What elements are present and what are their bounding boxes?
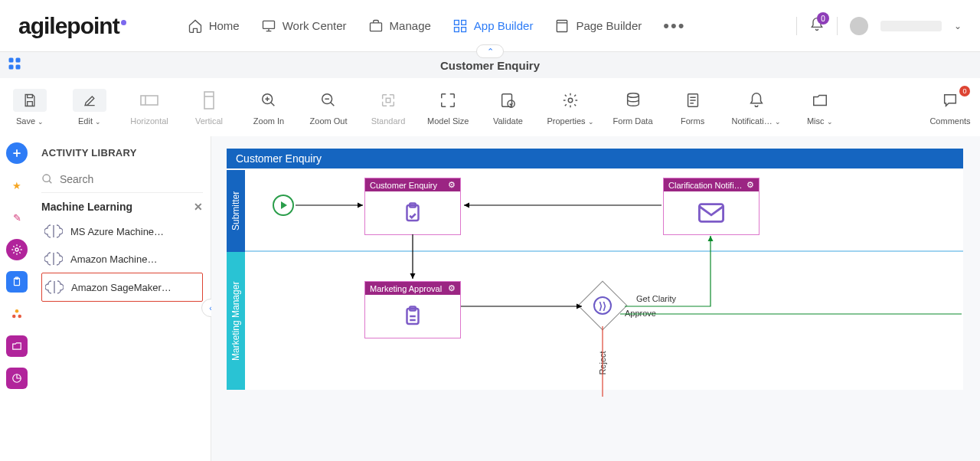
svg-point-25	[12, 315, 16, 319]
tool-standard[interactable]: Standard	[368, 89, 409, 126]
nav-page-builder-label: Page Builder	[576, 19, 642, 32]
rail-folder[interactable]	[6, 335, 28, 357]
tool-form-data[interactable]: Form Data	[612, 89, 654, 126]
page-title: Customer Enquiry	[440, 59, 540, 72]
lane1-body[interactable]	[245, 170, 963, 252]
lib-item-label: MS Azure Machine…	[70, 226, 164, 237]
rail-add[interactable]	[6, 142, 28, 164]
lib-item-label: Amazon SageMaker…	[71, 282, 172, 293]
nav-manage-label: Manage	[390, 19, 431, 32]
comments-badge: 0	[959, 86, 970, 96]
lib-item-label: Amazon Machine…	[70, 253, 157, 265]
user-name	[880, 21, 942, 31]
svg-point-26	[18, 315, 22, 319]
edge-reject: Reject	[598, 351, 607, 374]
tool-forms[interactable]: Forms	[672, 89, 714, 126]
search-icon	[41, 172, 54, 186]
nav-manage[interactable]: Manage	[368, 18, 431, 34]
edge-get-clarity: Get Clarity	[636, 294, 676, 303]
activity-clarification[interactable]: Clarification Notifi…⚙	[663, 178, 760, 235]
tool-vertical[interactable]: Vertical	[188, 89, 230, 126]
lib-item-amazon-ml[interactable]: Amazon Machine…	[41, 245, 203, 273]
nav-app-builder-label: App Builder	[474, 19, 534, 32]
side-rail: ★ ✎	[0, 136, 34, 461]
edge-approve: Approve	[625, 309, 656, 318]
avatar[interactable]	[850, 17, 868, 35]
svg-rect-12	[204, 92, 214, 109]
rail-edit[interactable]: ✎	[6, 207, 28, 228]
tool-zoom-out[interactable]: Zoom Out	[308, 89, 349, 126]
svg-rect-2	[454, 20, 459, 25]
lib-item-sagemaker[interactable]: Amazon SageMaker…	[41, 273, 203, 302]
svg-rect-3	[461, 20, 466, 25]
nav-page-builder[interactable]: Page Builder	[554, 18, 642, 34]
gear-icon[interactable]: ⚙	[448, 180, 456, 190]
svg-point-18	[568, 98, 573, 103]
nav-app-builder[interactable]: App Builder	[452, 18, 534, 34]
svg-point-19	[627, 93, 639, 98]
brain-icon	[45, 278, 64, 296]
svg-rect-10	[16, 64, 21, 69]
svg-rect-0	[263, 21, 274, 28]
tool-save[interactable]: Save⌄	[9, 89, 51, 126]
tool-edit[interactable]: Edit⌄	[69, 89, 110, 126]
svg-rect-1	[370, 22, 381, 31]
svg-rect-6	[557, 20, 567, 31]
start-event[interactable]	[273, 195, 294, 216]
svg-rect-31	[699, 204, 723, 222]
page-icon	[554, 18, 570, 34]
user-menu-chevron[interactable]: ⌄	[954, 21, 962, 31]
brain-icon	[44, 222, 63, 240]
rail-dots[interactable]	[6, 303, 28, 325]
lane-submitter: Submitter	[227, 170, 245, 252]
lane-marketing: Marketing Manager	[227, 252, 245, 390]
nav-more[interactable]: •••	[663, 16, 685, 36]
rail-activity-lib[interactable]	[6, 239, 28, 260]
tool-model-size[interactable]: Model Size	[427, 89, 469, 126]
brain-icon	[44, 250, 63, 268]
gear-icon[interactable]: ⚙	[448, 283, 456, 293]
rail-favorites[interactable]: ★	[6, 175, 28, 196]
activity-marketing-approval[interactable]: Marketing Approval⚙	[364, 281, 461, 338]
gear-icon[interactable]: ⚙	[746, 180, 754, 190]
svg-rect-5	[461, 27, 466, 31]
svg-point-21	[15, 248, 18, 251]
svg-rect-8	[16, 57, 21, 62]
logo: agilepoint	[18, 13, 126, 39]
notifications-bell[interactable]: 0	[809, 17, 825, 34]
process-header: Customer Enquiry	[227, 149, 963, 168]
rail-analytics[interactable]	[6, 368, 28, 389]
tool-misc[interactable]: Misc⌄	[799, 89, 841, 126]
grid-icon	[452, 18, 468, 34]
panel-title: ACTIVITY LIBRARY	[41, 147, 203, 159]
svg-point-28	[43, 175, 50, 181]
category-label: Machine Learning	[41, 201, 132, 213]
tool-properties[interactable]: Properties⌄	[547, 89, 593, 126]
tool-zoom-in[interactable]: Zoom In	[248, 89, 289, 126]
svg-rect-4	[454, 27, 459, 31]
svg-rect-9	[9, 64, 14, 69]
app-grid-icon[interactable]	[8, 57, 21, 74]
tool-comments[interactable]: 0 Comments	[929, 89, 971, 126]
briefcase-icon	[368, 18, 384, 34]
tool-notifications[interactable]: Notificati…⌄	[732, 89, 781, 126]
activity-customer-enquiry[interactable]: Customer Enquiry⚙	[364, 178, 461, 235]
nav-work-center-label: Work Center	[283, 19, 347, 32]
home-icon	[188, 18, 203, 34]
search-input[interactable]	[60, 173, 203, 185]
tool-horizontal[interactable]: Horizontal	[129, 89, 170, 126]
svg-point-24	[15, 309, 19, 313]
nav-home[interactable]: Home	[188, 18, 240, 34]
notifications-badge: 0	[817, 12, 829, 25]
nav-work-center[interactable]: Work Center	[261, 18, 347, 34]
tool-validate[interactable]: Validate	[487, 89, 528, 126]
svg-rect-7	[9, 57, 14, 62]
svg-rect-15	[386, 98, 390, 103]
svg-rect-11	[141, 96, 158, 105]
category-close[interactable]: ✕	[194, 201, 203, 213]
rail-clipboard[interactable]	[6, 271, 28, 293]
nav-home-label: Home	[209, 19, 240, 32]
lib-item-azure[interactable]: MS Azure Machine…	[41, 217, 203, 245]
collapse-titlebar[interactable]: ⌃	[476, 44, 504, 58]
monitor-icon	[261, 18, 276, 34]
